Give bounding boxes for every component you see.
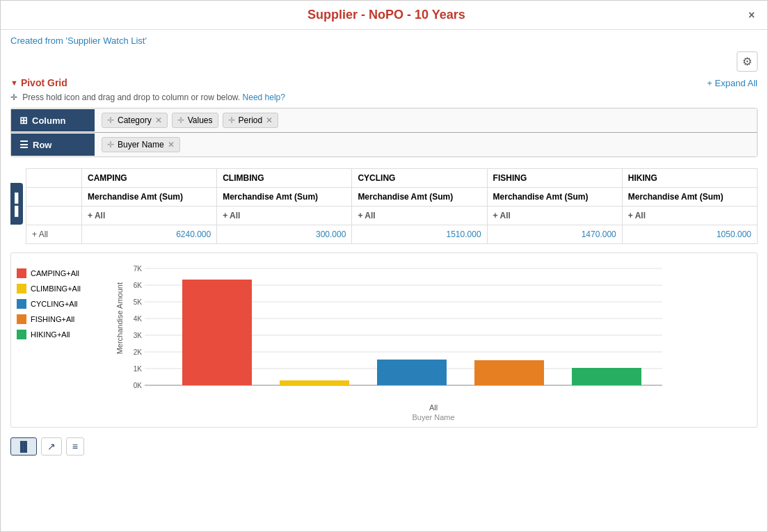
svg-text:1K: 1K <box>134 365 143 373</box>
drag-handle-icon[interactable]: ✛ <box>107 115 114 125</box>
column-header: ⊞ Column <box>11 109 95 131</box>
column-field-period-label: Period <box>239 115 263 125</box>
bar-chart-button[interactable]: ▐▌ <box>10 437 37 456</box>
th-cycling-sub: Merchandise Amt (Sum) <box>352 188 487 207</box>
chart-x-label: All <box>115 403 751 412</box>
th-hiking-all[interactable]: + All <box>622 207 757 225</box>
legend-climbing: CLIMBING+All <box>17 284 107 293</box>
subtitle-bar: Created from 'Supplier Watch List' <box>1 30 767 49</box>
column-field-values: ✛ Values <box>172 113 218 128</box>
table-subheader-row: Merchandise Amt (Sum) Merchandise Amt (S… <box>26 188 758 207</box>
remove-category-button[interactable]: ✕ <box>155 116 162 124</box>
row-label-all[interactable]: + All <box>26 225 82 244</box>
bar-fishing <box>474 360 544 385</box>
legend-cycling: CYCLING+All <box>17 299 107 309</box>
pivot-data-table: CAMPING CLIMBING CYCLING FISHING HIKING … <box>26 168 758 244</box>
cell-fishing-value: 1470.000 <box>487 225 622 244</box>
legend-cycling-label: CYCLING+All <box>31 300 78 308</box>
cell-cycling-value: 1510.000 <box>352 225 487 244</box>
row-icon: ☰ <box>19 139 29 150</box>
table-area: ❚❚ CAMPING CLIMBING CYCLING FISHING HIKI… <box>1 157 767 244</box>
chart-toolbar: ▐▌ ↗ ≡ <box>1 433 767 460</box>
th-climbing-all[interactable]: + All <box>217 207 352 225</box>
remove-buyer-button[interactable]: ✕ <box>168 140 175 149</box>
svg-text:3K: 3K <box>134 332 143 339</box>
legend-hiking: HIKING+All <box>17 330 107 339</box>
main-window: Supplier - NoPO - 10 Years × Created fro… <box>0 0 768 532</box>
table-category-row: CAMPING CLIMBING CYCLING FISHING HIKING <box>26 169 758 188</box>
pivot-grid-title: ▼ Pivot Grid <box>10 77 67 88</box>
svg-text:7K: 7K <box>134 265 143 273</box>
table-chart-button[interactable]: ≡ <box>66 437 84 456</box>
chart-all-label: All <box>429 403 438 412</box>
close-button[interactable]: × <box>746 9 758 22</box>
svg-text:5K: 5K <box>134 298 143 306</box>
row-field-buyer-label: Buyer Name <box>118 140 164 150</box>
drag-handle-values-icon[interactable]: ✛ <box>177 115 184 125</box>
drag-hint: ✛ Press hold icon and drag and drop to c… <box>1 91 767 108</box>
legend-climbing-color <box>17 284 26 293</box>
gear-button[interactable]: ⚙ <box>737 51 758 72</box>
column-field-category-label: Category <box>118 115 152 125</box>
pivot-row-row: ☰ Row ✛ Buyer Name ✕ <box>11 133 757 156</box>
chart-area: Merchandise Amount 7K 6K 5K <box>115 261 751 421</box>
title-bar: Supplier - NoPO - 10 Years × <box>1 1 767 30</box>
pivot-header-row: ▼ Pivot Grid + Expand All <box>1 74 767 91</box>
crosshair-icon: ✛ <box>10 92 17 102</box>
th-cycling: CYCLING <box>352 169 487 188</box>
pivot-column-row: ⊞ Column ✛ Category ✕ ✛ Values ✛ <box>11 108 757 133</box>
drag-handle-period-icon[interactable]: ✛ <box>228 115 235 125</box>
legend-fishing-label: FISHING+All <box>31 315 74 323</box>
gear-toolbar: ⚙ <box>1 49 767 74</box>
legend-camping-color <box>17 268 26 278</box>
table-chart-icon: ≡ <box>72 441 78 452</box>
subtitle-link[interactable]: Created from 'Supplier Watch List' <box>10 35 147 46</box>
remove-period-button[interactable]: ✕ <box>266 116 273 124</box>
th-hiking: HIKING <box>622 169 757 188</box>
column-header-label: Column <box>32 115 65 126</box>
legend-fishing-color <box>17 314 26 324</box>
column-icon: ⊞ <box>19 115 28 126</box>
bar-hiking <box>572 368 641 385</box>
legend-fishing: FISHING+All <box>17 314 107 324</box>
line-chart-icon: ↗ <box>47 441 56 452</box>
expand-all-link[interactable]: + Expand All <box>707 78 758 88</box>
pivot-arrow-icon: ▼ <box>10 79 18 87</box>
th-camping-all[interactable]: + All <box>82 207 217 225</box>
side-toggle-button[interactable]: ❚❚ <box>10 183 23 225</box>
legend-cycling-color <box>17 299 26 309</box>
chart-inner: CAMPING+All CLIMBING+All CYCLING+All FIS… <box>17 261 751 421</box>
bar-climbing <box>280 380 349 385</box>
th-fishing-all[interactable]: + All <box>487 207 622 225</box>
chart-container: CAMPING+All CLIMBING+All CYCLING+All FIS… <box>10 252 758 428</box>
cell-hiking-value: 1050.000 <box>622 225 757 244</box>
th-camping: CAMPING <box>82 169 217 188</box>
column-field-period: ✛ Period ✕ <box>223 113 279 128</box>
pivot-grid-label: Pivot Grid <box>21 77 67 88</box>
svg-text:4K: 4K <box>134 315 143 323</box>
table-row: + All 6240.000 300.000 1510.000 1470.000… <box>26 225 758 244</box>
th-fishing: FISHING <box>487 169 622 188</box>
legend-climbing-label: CLIMBING+All <box>31 284 81 293</box>
bar-chart-icon: ▐▌ <box>17 441 31 452</box>
svg-text:0K: 0K <box>134 382 143 389</box>
pivot-grid: ⊞ Column ✛ Category ✕ ✛ Values ✛ <box>10 108 758 157</box>
row-header: ☰ Row <box>11 134 95 156</box>
chart-bottom-label: Buyer Name <box>115 413 751 421</box>
column-field-values-label: Values <box>188 115 213 125</box>
th-camping-sub: Merchandise Amt (Sum) <box>82 188 217 207</box>
need-help-link[interactable]: Need help? <box>243 92 285 102</box>
bar-camping <box>182 280 252 385</box>
drag-handle-buyer-icon[interactable]: ✛ <box>107 140 114 150</box>
th-fishing-sub: Merchandise Amt (Sum) <box>487 188 622 207</box>
cell-camping-value: 6240.000 <box>82 225 217 244</box>
row-fields: ✛ Buyer Name ✕ <box>95 133 757 156</box>
legend-camping-label: CAMPING+All <box>31 269 79 277</box>
pivot-grid-config: ⊞ Column ✛ Category ✕ ✛ Values ✛ <box>1 108 767 157</box>
line-chart-button[interactable]: ↗ <box>41 437 62 456</box>
legend-camping: CAMPING+All <box>17 268 107 278</box>
gear-icon: ⚙ <box>742 56 752 67</box>
svg-text:2K: 2K <box>134 348 143 356</box>
th-cycling-all[interactable]: + All <box>352 207 487 225</box>
row-field-buyer-name: ✛ Buyer Name ✕ <box>102 137 180 152</box>
